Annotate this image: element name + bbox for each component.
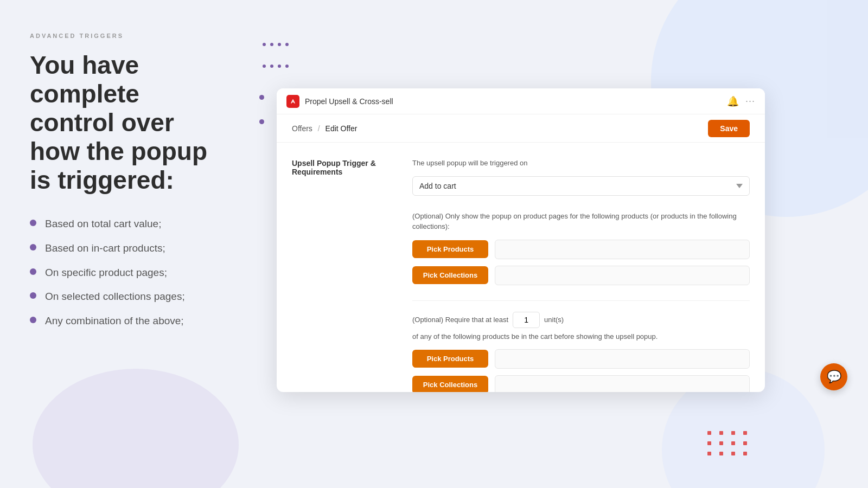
units-input[interactable]: [513, 312, 540, 328]
dot-grid-red: [707, 431, 749, 455]
pick-collections-row-2: Pick Collections: [412, 375, 750, 393]
section-label: ADVANCED TRIGGERS: [30, 33, 231, 39]
pick-collections-input-2: [495, 375, 750, 393]
titlebar-right: 🔔 ···: [727, 95, 755, 107]
list-item: Based on total cart value;: [30, 217, 231, 232]
chat-icon: 💬: [827, 370, 841, 384]
bullet-dot-2: [30, 268, 36, 275]
titlebar-left: Propel Upsell & Cross-sell: [286, 95, 393, 108]
pick-products-row-1: Pick Products: [412, 240, 750, 259]
breadcrumb-separator: /: [318, 124, 320, 133]
save-button[interactable]: Save: [708, 120, 750, 137]
pick-collections-button-1[interactable]: Pick Collections: [412, 266, 488, 284]
dot-grid-top: [260, 41, 291, 50]
pick-products-button-1[interactable]: Pick Products: [412, 240, 488, 258]
dot-grid-top2: [260, 62, 291, 72]
trigger-select[interactable]: Add to cartPage loadExit intent: [412, 176, 750, 196]
breadcrumb-link[interactable]: Offers: [292, 124, 312, 133]
app-icon: [286, 95, 299, 108]
pick-products-button-2[interactable]: Pick Products: [412, 350, 488, 368]
app-name: Propel Upsell & Cross-sell: [305, 97, 393, 106]
chat-button[interactable]: 💬: [820, 363, 847, 390]
svg-rect-0: [289, 98, 297, 105]
list-item: Any combination of the above;: [30, 314, 231, 329]
app-window: Propel Upsell & Cross-sell 🔔 ··· Offers …: [277, 88, 765, 392]
units-row: (Optional) Require that at least unit(s): [412, 312, 750, 328]
bullet-dot-0: [30, 220, 36, 226]
titlebar: Propel Upsell & Cross-sell 🔔 ···: [277, 88, 765, 114]
main-content: Upsell Popup Trigger & Requirements The …: [277, 143, 765, 392]
pick-products-row-2: Pick Products: [412, 349, 750, 369]
breadcrumb-bar: Offers / Edit Offer Save: [277, 114, 765, 143]
pick-collections-input-1: [495, 266, 750, 285]
pick-collections-row-1: Pick Collections: [412, 266, 750, 285]
trigger-section: The upsell popup will be triggered on Ad…: [412, 158, 750, 196]
units-description: of any of the following products be in t…: [412, 332, 750, 341]
units-label: (Optional) Require that at least: [412, 316, 508, 324]
form-section-title: Upsell Popup Trigger & Requirements: [292, 159, 376, 176]
breadcrumb: Offers / Edit Offer: [292, 124, 357, 133]
form-col: The upsell popup will be triggered on Ad…: [407, 143, 765, 392]
list-item: On specific product pages;: [30, 266, 231, 280]
section-label-col: Upsell Popup Trigger & Requirements: [277, 143, 407, 392]
optional-section-1: (Optional) Only show the popup on produc…: [412, 211, 750, 285]
optional-label-1: (Optional) Only show the popup on produc…: [412, 211, 750, 232]
bullet-list: Based on total cart value; Based on in-c…: [30, 217, 231, 328]
pick-products-input-1: [495, 240, 750, 259]
more-icon[interactable]: ···: [745, 95, 755, 107]
units-suffix: unit(s): [544, 316, 564, 324]
bullet-dot-1: [30, 244, 36, 251]
main-heading: You have complete control over how the p…: [30, 51, 231, 194]
list-item: Based on in-cart products;: [30, 241, 231, 256]
pick-collections-button-2[interactable]: Pick Collections: [412, 376, 488, 392]
bullet-dot-4: [30, 317, 36, 323]
pick-products-input-2: [495, 349, 750, 369]
list-item: On selected collections pages;: [30, 290, 231, 304]
divider: [412, 300, 750, 301]
trigger-label: The upsell popup will be triggered on: [412, 158, 750, 169]
bullet-dot-3: [30, 292, 36, 299]
bell-icon[interactable]: 🔔: [727, 95, 739, 107]
side-dots-mid: [259, 119, 264, 124]
optional-section-2: (Optional) Require that at least unit(s)…: [412, 312, 750, 393]
breadcrumb-current: Edit Offer: [326, 124, 358, 133]
side-dots-top: [259, 95, 264, 100]
left-panel: ADVANCED TRIGGERS You have complete cont…: [0, 0, 260, 488]
